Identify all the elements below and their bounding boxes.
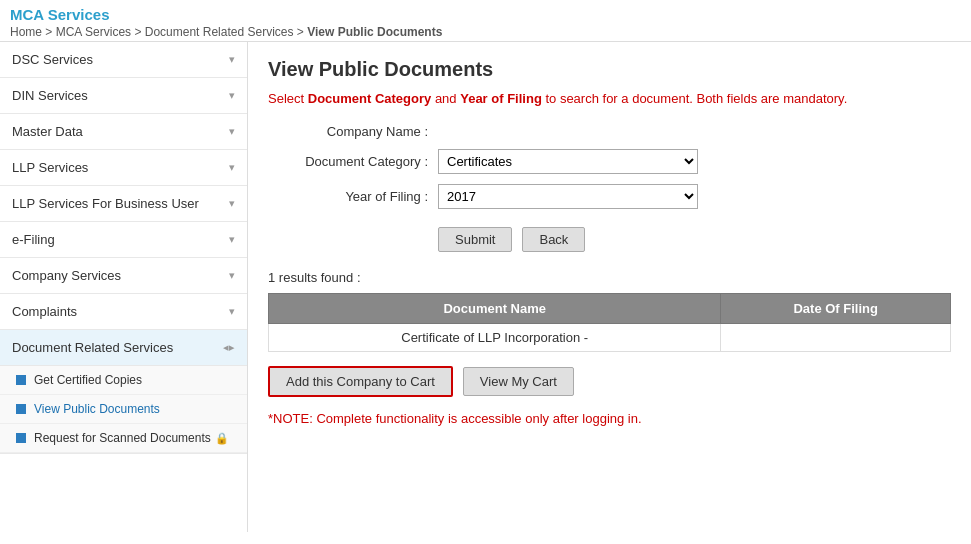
form-buttons: Submit Back (438, 227, 951, 252)
chevron-down-icon: ▾ (229, 53, 235, 66)
sidebar-sub-view-public-label: View Public Documents (34, 402, 160, 416)
chevron-right-icon: ◂▸ (223, 341, 235, 354)
chevron-down-icon: ▾ (229, 233, 235, 246)
sidebar-item-master[interactable]: Master Data ▾ (0, 114, 247, 150)
sidebar-item-din-label: DIN Services (12, 88, 88, 103)
sidebar-item-company[interactable]: Company Services ▾ (0, 258, 247, 294)
chevron-down-icon: ▾ (229, 269, 235, 282)
year-select[interactable]: 2017 2016 2015 2014 2013 (438, 184, 698, 209)
doc-category-select[interactable]: Certificates Annual Returns Financial St… (438, 149, 698, 174)
sidebar-sub-certified-label: Get Certified Copies (34, 373, 142, 387)
instruction-text: Select Document Category and Year of Fil… (268, 91, 951, 106)
instruction-prefix: Select (268, 91, 308, 106)
main-content: View Public Documents Select Document Ca… (248, 42, 971, 532)
instruction-mid: and (431, 91, 460, 106)
site-title: MCA Services (10, 6, 961, 23)
breadcrumb-home[interactable]: Home (10, 25, 42, 39)
sidebar-item-master-label: Master Data (12, 124, 83, 139)
back-button[interactable]: Back (522, 227, 585, 252)
chevron-down-icon: ▾ (229, 161, 235, 174)
doc-category-row: Document Category : Certificates Annual … (268, 149, 951, 174)
breadcrumb-current: View Public Documents (307, 25, 442, 39)
sidebar-item-din[interactable]: DIN Services ▾ (0, 78, 247, 114)
sidebar-item-llp-biz[interactable]: LLP Services For Business User ▾ (0, 186, 247, 222)
sidebar-item-dsc-label: DSC Services (12, 52, 93, 67)
note-text: *NOTE: Complete functionality is accessi… (268, 411, 951, 426)
sidebar-item-llp-biz-label: LLP Services For Business User (12, 196, 199, 211)
year-row: Year of Filing : 2017 2016 2015 2014 201… (268, 184, 951, 209)
sidebar-item-doc-related-label: Document Related Services (12, 340, 173, 355)
company-name-row: Company Name : (268, 124, 951, 139)
cell-doc-name: Certificate of LLP Incorporation - (269, 324, 721, 352)
sidebar-item-complaints-label: Complaints (12, 304, 77, 319)
sidebar-sub-scanned-label: Request for Scanned Documents (34, 431, 211, 445)
sidebar-sub-scanned[interactable]: Request for Scanned Documents 🔒 (0, 424, 247, 453)
col-doc-name: Document Name (269, 294, 721, 324)
add-to-cart-button[interactable]: Add this Company to Cart (268, 366, 453, 397)
sidebar-sub-menu: Get Certified Copies View Public Documen… (0, 366, 247, 454)
results-table: Document Name Date Of Filing Certificate… (268, 293, 951, 352)
submit-button[interactable]: Submit (438, 227, 512, 252)
chevron-down-icon: ▾ (229, 197, 235, 210)
view-my-cart-button[interactable]: View My Cart (463, 367, 574, 396)
year-label: Year of Filing : (268, 189, 428, 204)
cell-date (721, 324, 951, 352)
sidebar-item-dsc[interactable]: DSC Services ▾ (0, 42, 247, 78)
chevron-down-icon: ▾ (229, 125, 235, 138)
instruction-bold1: Document Category (308, 91, 432, 106)
sidebar-sub-certified[interactable]: Get Certified Copies (0, 366, 247, 395)
sidebar-item-complaints[interactable]: Complaints ▾ (0, 294, 247, 330)
company-name-label: Company Name : (268, 124, 428, 139)
sidebar-item-efiling-label: e-Filing (12, 232, 55, 247)
form-area: Company Name : Document Category : Certi… (268, 124, 951, 209)
bullet-icon (16, 433, 26, 443)
breadcrumb-mca[interactable]: MCA Services (56, 25, 131, 39)
lock-icon: 🔒 (215, 432, 229, 445)
sidebar-sub-view-public[interactable]: View Public Documents (0, 395, 247, 424)
sidebar-item-llp[interactable]: LLP Services ▾ (0, 150, 247, 186)
breadcrumb: Home > MCA Services > Document Related S… (10, 25, 961, 39)
table-row: Certificate of LLP Incorporation - (269, 324, 951, 352)
layout: DSC Services ▾ DIN Services ▾ Master Dat… (0, 42, 971, 532)
sidebar-item-llp-label: LLP Services (12, 160, 88, 175)
chevron-down-icon: ▾ (229, 89, 235, 102)
col-date-filing: Date Of Filing (721, 294, 951, 324)
cart-buttons: Add this Company to Cart View My Cart (268, 366, 951, 397)
page-title: View Public Documents (268, 58, 951, 81)
sidebar-item-efiling[interactable]: e-Filing ▾ (0, 222, 247, 258)
bullet-icon (16, 375, 26, 385)
breadcrumb-doc[interactable]: Document Related Services (145, 25, 294, 39)
sidebar: DSC Services ▾ DIN Services ▾ Master Dat… (0, 42, 248, 532)
doc-category-label: Document Category : (268, 154, 428, 169)
chevron-down-icon: ▾ (229, 305, 235, 318)
instruction-bold2: Year of Filing (460, 91, 542, 106)
bullet-icon (16, 404, 26, 414)
header: MCA Services Home > MCA Services > Docum… (0, 0, 971, 42)
results-count: 1 results found : (268, 270, 951, 285)
instruction-suffix: to search for a document. Both fields ar… (542, 91, 847, 106)
sidebar-item-company-label: Company Services (12, 268, 121, 283)
sidebar-item-doc-related[interactable]: Document Related Services ◂▸ (0, 330, 247, 366)
